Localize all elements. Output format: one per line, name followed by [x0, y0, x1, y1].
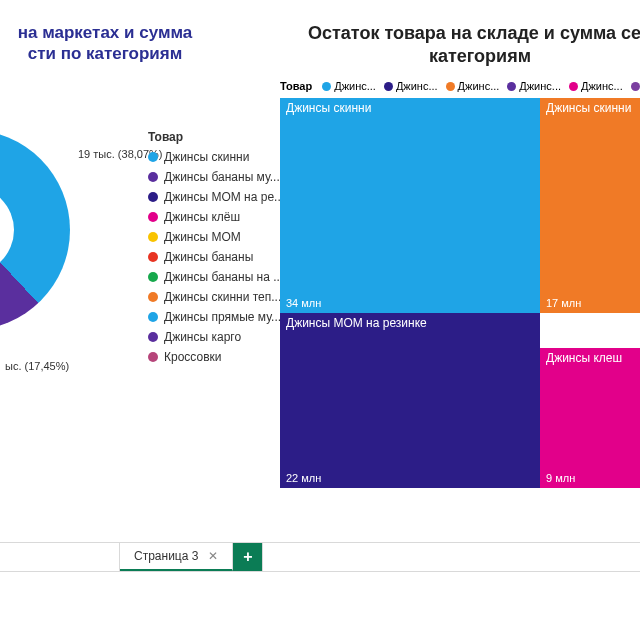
legend-swatch-icon	[148, 352, 158, 362]
legend-label: Джинсы бананы на ...	[164, 270, 283, 284]
legend-label: Кроссовки	[164, 350, 221, 364]
legend-item[interactable]: Джинсы клёш	[148, 210, 284, 224]
legend-swatch-icon	[148, 332, 158, 342]
treemap-chart[interactable]: Джинсы скинни 34 млн Джинсы скинни 17 мл…	[280, 98, 640, 488]
legend-label: Джинсы бананы	[164, 250, 253, 264]
treemap-cell[interactable]	[540, 313, 640, 348]
treemap-cell-label: Джинсы скинни	[546, 101, 631, 115]
legend-label: Джинс...	[581, 80, 623, 92]
legend-item[interactable]: Джинс...	[507, 80, 561, 92]
legend-label: Джинсы карго	[164, 330, 241, 344]
donut-legend: Товар Джинсы скинни Джинсы бананы му... …	[148, 130, 284, 370]
legend-label: Джинс...	[396, 80, 438, 92]
legend-item[interactable]: Джинс...	[384, 80, 438, 92]
treemap-cell[interactable]: Джинсы скинни 17 млн	[540, 98, 640, 313]
legend-item[interactable]: Джинс...	[446, 80, 500, 92]
legend-swatch-icon	[148, 232, 158, 242]
donut-chart[interactable]	[0, 130, 70, 330]
page-tab[interactable]: Страница 3 ✕	[120, 543, 233, 571]
legend-swatch-icon	[148, 172, 158, 182]
legend-label: Джинсы клёш	[164, 210, 240, 224]
legend-swatch-icon	[148, 312, 158, 322]
legend-swatch-icon	[148, 212, 158, 222]
legend-swatch-icon	[507, 82, 516, 91]
donut-chart-title: на маркетах и суммасти по категориям	[0, 22, 230, 65]
legend-label: Джинс...	[458, 80, 500, 92]
legend-label: Джинсы MOM	[164, 230, 241, 244]
legend-label: Джинсы скинни	[164, 150, 249, 164]
add-page-button[interactable]: +	[233, 543, 263, 571]
treemap-cell-label: Джинсы скинни	[286, 101, 371, 115]
donut-ring	[0, 130, 70, 330]
treemap-cell[interactable]: Джинсы скинни 34 млн	[280, 98, 540, 313]
legend-label: Джинсы бананы му...	[164, 170, 280, 184]
legend-item[interactable]: Джинсы бананы	[148, 250, 284, 264]
legend-swatch-icon	[631, 82, 640, 91]
legend-header: Товар	[148, 130, 284, 144]
legend-swatch-icon	[148, 292, 158, 302]
treemap-legend: Товар Джинс... Джинс... Джинс... Джинс..…	[280, 80, 640, 92]
legend-item[interactable]: Джинсы MOM на ре...	[148, 190, 284, 204]
legend-item[interactable]: Джинсы бананы му...	[148, 170, 284, 184]
treemap-chart-title: Остаток товара на складе и сумма себкате…	[280, 22, 640, 67]
treemap-cell-label: Джинсы MOM на резинке	[286, 316, 427, 330]
legend-swatch-icon	[569, 82, 578, 91]
treemap-cell-value: 9 млн	[546, 472, 575, 484]
legend-item[interactable]: Джинсы скинни	[148, 150, 284, 164]
legend-label: Джинсы MOM на ре...	[164, 190, 284, 204]
treemap-cell-label: Джинсы клеш	[546, 351, 622, 365]
legend-swatch-icon	[148, 152, 158, 162]
legend-item[interactable]: Джинсы скинни теп...	[148, 290, 284, 304]
legend-item[interactable]: Кроссовки	[148, 350, 284, 364]
legend-item[interactable]: Джинсы бананы на ...	[148, 270, 284, 284]
treemap-cell-value: 17 млн	[546, 297, 581, 309]
legend-swatch-icon	[446, 82, 455, 91]
legend-swatch-icon	[148, 252, 158, 262]
legend-header: Товар	[280, 80, 312, 92]
legend-label: Джинсы прямые му...	[164, 310, 281, 324]
legend-item[interactable]: Джинс...	[322, 80, 376, 92]
treemap-cell[interactable]: Джинсы клеш 9 млн	[540, 348, 640, 488]
treemap-cell-value: 34 млн	[286, 297, 321, 309]
legend-item[interactable]: Джинс...	[631, 80, 640, 92]
legend-swatch-icon	[148, 192, 158, 202]
legend-swatch-icon	[322, 82, 331, 91]
treemap-cell-value: 22 млн	[286, 472, 321, 484]
close-icon[interactable]: ✕	[208, 549, 218, 563]
legend-label: Джинс...	[334, 80, 376, 92]
legend-swatch-icon	[384, 82, 393, 91]
tab-spacer	[0, 543, 120, 571]
page-tab-bar: Страница 3 ✕ +	[0, 542, 640, 572]
legend-item[interactable]: Джинсы карго	[148, 330, 284, 344]
legend-item[interactable]: Джинсы MOM	[148, 230, 284, 244]
treemap-cell[interactable]: Джинсы MOM на резинке 22 млн	[280, 313, 540, 488]
legend-item[interactable]: Джинсы прямые му...	[148, 310, 284, 324]
donut-slice-label: ыс. (17,45%)	[5, 360, 69, 372]
legend-label: Джинс...	[519, 80, 561, 92]
legend-label: Джинсы скинни теп...	[164, 290, 281, 304]
page-tab-label: Страница 3	[134, 549, 198, 563]
legend-swatch-icon	[148, 272, 158, 282]
legend-item[interactable]: Джинс...	[569, 80, 623, 92]
